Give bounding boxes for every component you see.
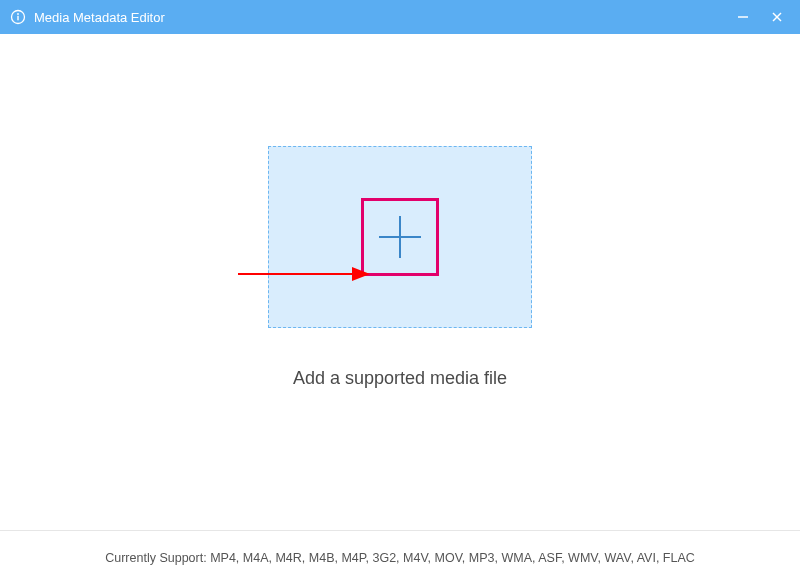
- titlebar: Media Metadata Editor: [0, 0, 800, 34]
- footer-label: Currently Support:: [105, 551, 210, 565]
- svg-marker-9: [352, 267, 370, 281]
- add-file-button[interactable]: [361, 198, 439, 276]
- main-content: Add a supported media file: [0, 34, 800, 530]
- svg-rect-2: [17, 16, 18, 20]
- info-icon: [10, 9, 26, 25]
- file-dropzone[interactable]: [268, 146, 532, 328]
- footer-bar: Currently Support: MP4, M4A, M4R, M4B, M…: [0, 530, 800, 584]
- dropzone-caption: Add a supported media file: [293, 368, 507, 389]
- plus-icon: [371, 208, 429, 266]
- annotation-arrow-icon: [236, 264, 370, 284]
- app-title: Media Metadata Editor: [34, 10, 724, 25]
- app-window: Media Metadata Editor Add a supported me…: [0, 0, 800, 584]
- minimize-button[interactable]: [728, 2, 758, 32]
- close-button[interactable]: [762, 2, 792, 32]
- svg-point-1: [17, 13, 19, 15]
- footer-formats: MP4, M4A, M4R, M4B, M4P, 3G2, M4V, MOV, …: [210, 551, 695, 565]
